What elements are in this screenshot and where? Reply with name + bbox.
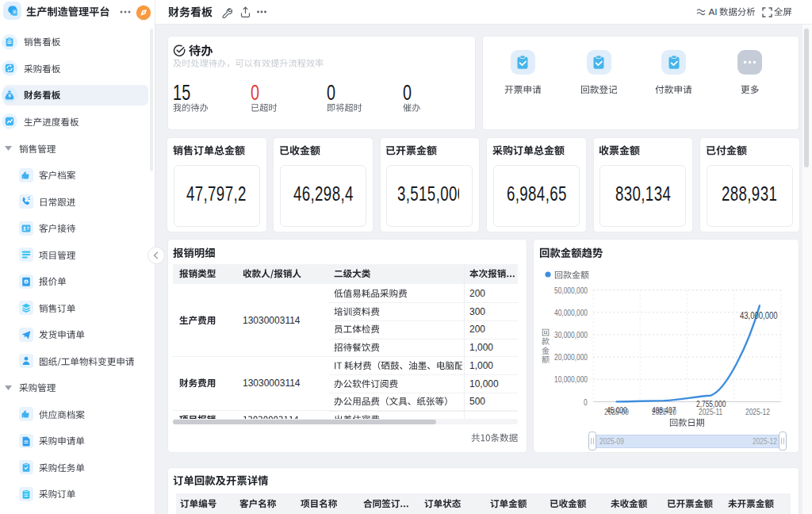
svg-text:¥: ¥ <box>8 93 11 98</box>
